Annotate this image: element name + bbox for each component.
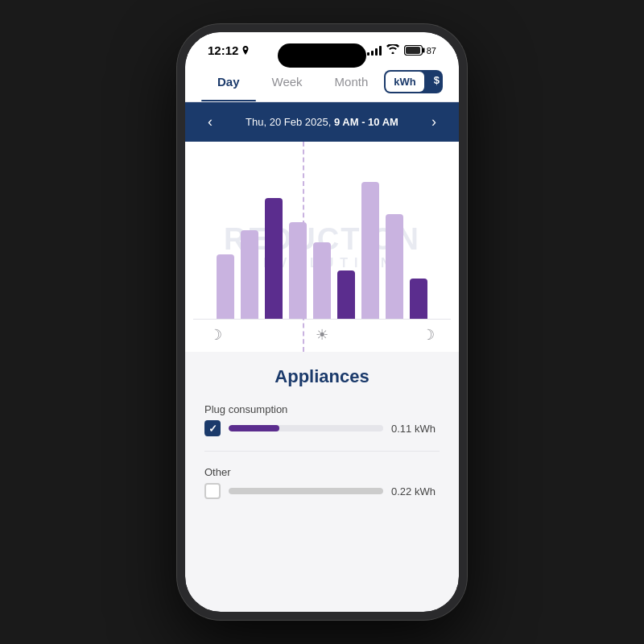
other-progress-bar — [229, 488, 383, 494]
tab-bar: Day Week Month kWh $ — [185, 64, 459, 102]
other-progress-container — [229, 488, 383, 494]
unit-kwh[interactable]: kWh — [386, 72, 423, 92]
next-arrow[interactable]: › — [425, 110, 443, 134]
chart-axis: ☽ ☀ ☽ — [193, 319, 451, 344]
unit-toggle: kWh $ — [384, 70, 443, 93]
divider-1 — [204, 451, 440, 452]
location-icon — [242, 46, 250, 56]
checkmark-icon: ✓ — [208, 423, 217, 435]
prev-arrow[interactable]: ‹ — [201, 110, 219, 134]
tab-week[interactable]: Week — [256, 70, 319, 93]
bar-group-7 — [361, 182, 379, 319]
bar-6 — [337, 270, 355, 319]
svg-rect-1 — [423, 48, 425, 53]
other-label: Other — [204, 466, 440, 478]
appliance-item-plug: Plug consumption ✓ 0.11 kWh — [185, 397, 459, 443]
bar-group-2 — [241, 230, 258, 319]
unit-dollar[interactable]: $ — [426, 70, 443, 93]
wifi-icon — [386, 44, 399, 56]
plug-progress-container — [229, 425, 383, 431]
svg-rect-3 — [406, 47, 420, 54]
bar-9 — [410, 279, 427, 319]
appliances-title: Appliances — [185, 352, 459, 397]
bar-1 — [217, 254, 234, 319]
plug-label: Plug consumption — [204, 403, 440, 415]
plug-progress-bar — [229, 425, 279, 431]
bar-chart — [193, 158, 451, 319]
bar-group-6 — [337, 270, 355, 319]
bar-7 — [361, 182, 379, 319]
bar-group-8 — [386, 214, 403, 319]
appliance-item-other: Other 0.22 kWh — [185, 460, 459, 506]
bar-8 — [386, 214, 403, 319]
phone-frame: 12:12 — [177, 24, 467, 620]
axis-middle: ☀ — [316, 326, 328, 344]
bar-group-1 — [217, 254, 234, 319]
dynamic-island — [278, 43, 366, 68]
battery-icon: 87 — [404, 45, 436, 56]
plug-checkbox[interactable]: ✓ — [204, 420, 221, 436]
content-area: Appliances Plug consumption ✓ 0.11 kWh O… — [185, 352, 459, 612]
bar-group-5 — [313, 242, 331, 319]
bar-5 — [313, 242, 331, 319]
other-kwh-value: 0.22 kWh — [391, 485, 440, 497]
bar-3 — [265, 198, 283, 319]
plug-row: ✓ 0.11 kWh — [204, 420, 440, 436]
bar-group-3-selected — [265, 198, 283, 319]
status-icons: 87 — [367, 44, 436, 56]
chart-area: REDUCTION REVOLUTION — [185, 142, 459, 352]
signal-icon — [367, 46, 382, 56]
battery-percent: 87 — [427, 46, 436, 56]
phone-screen: 12:12 — [185, 32, 459, 612]
bar-2 — [241, 230, 258, 319]
selected-indicator — [303, 142, 304, 352]
axis-right: ☽ — [422, 326, 435, 344]
tabs: Day Week Month — [201, 70, 384, 93]
tab-month[interactable]: Month — [319, 70, 385, 93]
other-checkbox[interactable] — [204, 483, 221, 499]
tab-day[interactable]: Day — [201, 70, 256, 93]
other-row: 0.22 kWh — [204, 483, 440, 499]
date-range-text: Thu, 20 Feb 2025, 9 AM - 10 AM — [246, 116, 398, 128]
bar-group-9 — [410, 279, 427, 319]
axis-left: ☽ — [209, 326, 222, 344]
date-nav: ‹ Thu, 20 Feb 2025, 9 AM - 10 AM › — [185, 102, 459, 142]
status-time: 12:12 — [208, 43, 250, 57]
plug-kwh-value: 0.11 kWh — [391, 423, 440, 435]
